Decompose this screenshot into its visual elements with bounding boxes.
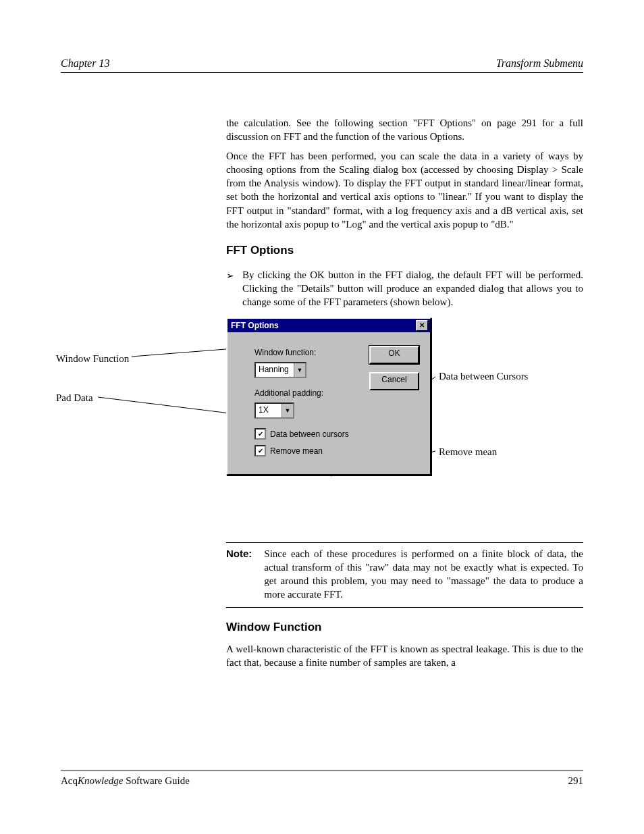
footer-rule	[61, 771, 583, 771]
heading-window-function: Window Function	[226, 620, 583, 635]
para-continuation: the calculation. See the following secti…	[226, 116, 583, 144]
header-section: Transform Submenu	[496, 57, 583, 70]
arrow-para-text: By clicking the OK button in the FFT dia…	[242, 268, 583, 309]
cancel-button[interactable]: Cancel	[369, 372, 419, 390]
remove-mean-checkbox[interactable]: ✔	[254, 445, 266, 457]
fft-options-dialog: FFT Options ✕ OK Cancel Window function:…	[226, 317, 431, 476]
footer-left: AcqKnowledge Software Guide	[61, 775, 190, 787]
callout-window-function: Window Function	[56, 353, 129, 365]
svg-line-1	[98, 397, 246, 415]
data-between-cursors-label: Data between cursors	[270, 429, 349, 440]
arrow-bullet-icon: ➢	[226, 269, 234, 283]
callout-remove-mean: Remove mean	[439, 446, 497, 458]
window-function-value: Hanning	[256, 363, 294, 377]
heading-fft-options: FFT Options	[226, 243, 583, 259]
remove-mean-label: Remove mean	[270, 446, 323, 457]
window-function-select[interactable]: Hanning ▼	[254, 362, 306, 378]
note-body: Since each of these procedures is perfor…	[264, 547, 583, 602]
additional-padding-select[interactable]: 1X ▼	[254, 402, 294, 419]
header-rule	[61, 72, 583, 73]
header-chapter: Chapter 13	[61, 57, 109, 70]
note-bottom-rule	[226, 607, 583, 608]
additional-padding-value: 1X	[256, 404, 281, 417]
chevron-down-icon: ▼	[294, 363, 305, 377]
ok-button[interactable]: OK	[369, 346, 419, 364]
note-top-rule	[226, 542, 583, 543]
callout-data-between-cursors: Data between Cursors	[439, 370, 528, 382]
close-icon[interactable]: ✕	[416, 320, 428, 331]
chevron-down-icon: ▼	[281, 404, 293, 417]
footer-page-number: 291	[568, 775, 584, 787]
dialog-title: FFT Options	[230, 320, 279, 331]
data-between-cursors-checkbox[interactable]: ✔	[254, 428, 266, 440]
note-heading: Note:	[226, 547, 252, 602]
para-window-function: A well-known characteristic of the FFT i…	[226, 642, 583, 670]
para-scaling-info: Once the FFT has been performed, you can…	[226, 149, 583, 232]
dialog-title-bar: FFT Options ✕	[227, 319, 430, 332]
callout-pad-data: Pad Data	[56, 392, 93, 404]
